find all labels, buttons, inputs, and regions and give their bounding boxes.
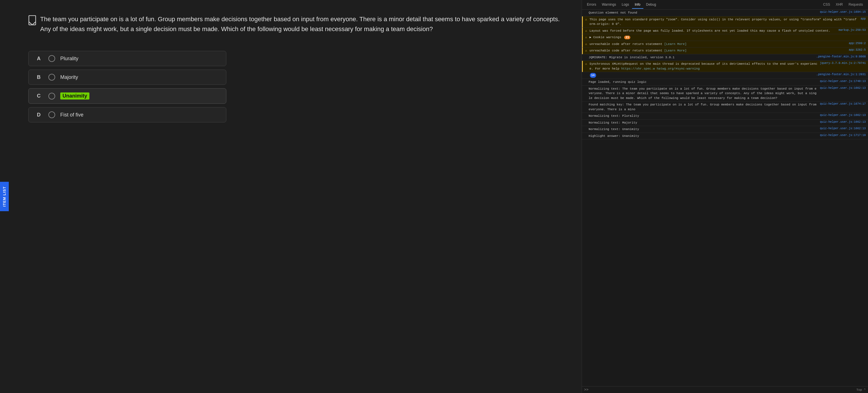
log-message: unreachable code after return statement … — [588, 48, 848, 54]
log-source[interactable]: quiz-helper.user.js:1662:13 — [819, 120, 867, 124]
console-input[interactable] — [591, 388, 854, 392]
log-source[interactable]: app — [860, 17, 867, 21]
tab-xhr[interactable]: XHR — [833, 1, 846, 9]
log-icon — [583, 133, 588, 134]
log-message: Highlight answer: Unanimity — [588, 133, 819, 139]
log-entry: Highlight answer: Unanimity quiz-helper.… — [582, 133, 868, 140]
log-message: ▶ Cookie warnings 21 — [588, 35, 865, 40]
warning-icon: ⚠ — [584, 28, 588, 33]
learn-more-link-2[interactable]: [Learn More] — [664, 49, 687, 52]
option-b-letter: B — [34, 74, 43, 80]
item-list-tab[interactable]: ITEM LIST — [0, 182, 9, 211]
bookmark-icon — [28, 15, 36, 26]
log-message: Synchronous XMLHttpRequest on the main t… — [588, 61, 819, 71]
log-entry: Normalizing text: Plurality quiz-helper.… — [582, 113, 868, 120]
console-bottom: >> Top ⌃ — [582, 386, 868, 393]
svg-line-1 — [29, 22, 32, 25]
option-a[interactable]: A Plurality — [28, 51, 226, 66]
log-source[interactable]: markup.js:250:53 — [837, 28, 867, 32]
log-entry: ⚠ This page uses the non standard proper… — [582, 17, 868, 28]
log-icon — [583, 73, 588, 73]
option-b-text: Majority — [60, 74, 78, 80]
log-entry: Page loaded, running quiz logic quiz-hel… — [582, 79, 868, 86]
log-entry: Normalizing text: Unanimity quiz-helper.… — [582, 126, 868, 133]
warning-icon: ⚠ — [584, 48, 588, 52]
option-d-letter: D — [34, 112, 43, 118]
log-entry: 14 …pengine-footer.min.js:1:2031 — [582, 72, 868, 79]
learn-more-link[interactable]: [Learn More] — [664, 42, 687, 46]
log-entry: Normalizing text: The team you participa… — [582, 86, 868, 102]
option-b[interactable]: B Majority — [28, 70, 226, 85]
tab-debug[interactable]: Debug — [643, 1, 659, 9]
log-message: Normalizing text: Unanimity — [588, 127, 819, 132]
log-icon — [583, 127, 588, 127]
log-message: unreachable code after return statement … — [588, 41, 848, 47]
log-source[interactable]: quiz-helper.user.js:1662:13 — [819, 127, 867, 130]
log-entry: ⚠ unreachable code after return statemen… — [582, 41, 868, 48]
log-source[interactable]: …pengine-footer.min.js:9:8668 — [815, 55, 867, 59]
devtools-toolbar: Errors Warnings Logs Info Debug CSS XHR … — [582, 0, 868, 10]
option-c-letter: C — [34, 93, 43, 99]
log-source[interactable]: jquery-3.7.0.min.js:2:79741 — [819, 61, 867, 65]
log-icon — [583, 55, 588, 56]
log-icon — [583, 86, 588, 87]
log-source[interactable]: app:3282:5 — [848, 48, 867, 52]
log-entry: ⚠ unreachable code after return statemen… — [582, 47, 868, 54]
tab-requests[interactable]: Requests — [846, 1, 866, 9]
log-entry: Found matching key: The team you partici… — [582, 101, 868, 113]
log-source[interactable]: quiz-helper.user.js:1662:13 — [819, 113, 867, 117]
warning-icon: ⚠ — [584, 61, 588, 66]
xhr-link[interactable]: https://xhr.spec.w hatwg.org/#sync-warni… — [621, 67, 700, 70]
option-a-text: Plurality — [60, 56, 79, 62]
cookie-badge: 21 — [624, 36, 630, 39]
log-entry: JQMIGRATE: Migrate is installed, version… — [582, 54, 868, 61]
log-icon — [583, 79, 588, 80]
option-d[interactable]: D Fist of five — [28, 107, 226, 123]
question-text: The team you participate on is a lot of … — [40, 14, 565, 34]
log-message: Page loaded, running quiz logic — [588, 79, 819, 85]
console-prompt-icon: >> — [584, 388, 589, 392]
console-area: Question element not found quiz-helper.u… — [582, 10, 868, 386]
question-area: The team you participate on is a lot of … — [28, 14, 565, 34]
tab-logs[interactable]: Logs — [619, 1, 632, 9]
tab-info[interactable]: Info — [632, 1, 643, 9]
log-message: 14 — [588, 73, 815, 78]
warning-icon: ⚠ — [584, 41, 588, 46]
option-d-radio[interactable] — [49, 111, 55, 118]
option-c-radio[interactable] — [49, 93, 55, 100]
log-message: Found matching key: The team you partici… — [588, 102, 819, 112]
log-entry: Question element not found quiz-helper.u… — [582, 10, 868, 17]
tab-warnings[interactable]: Warnings — [599, 1, 619, 9]
log-entry: ⚠ Layout was forced before the page was … — [582, 28, 868, 34]
option-a-letter: A — [34, 56, 43, 62]
log-source[interactable]: quiz-helper.user.js:1694:15 — [819, 10, 867, 14]
log-source[interactable]: …pengine-footer.min.js:1:2031 — [815, 73, 867, 76]
log-message: Question element not found — [588, 10, 819, 15]
devtools-panel: Errors Warnings Logs Info Debug CSS XHR … — [582, 0, 868, 393]
log-source[interactable]: quiz-helper.user.js:1740:13 — [819, 79, 867, 83]
top-label: Top ⌃ — [857, 388, 866, 392]
tab-css[interactable]: CSS — [820, 1, 833, 9]
log-source — [865, 35, 867, 35]
log-message: Normalizing text: Plurality — [588, 113, 819, 119]
warning-icon: ⚠ — [584, 17, 588, 21]
log-icon — [583, 120, 588, 121]
warning-icon: ⚠ — [584, 35, 588, 39]
log-source[interactable]: app:2599:2 — [848, 41, 867, 45]
log-message: Layout was forced before the page was fu… — [588, 28, 837, 34]
log-source[interactable]: quiz-helper.user.js:1674:17 — [819, 102, 867, 106]
option-a-radio[interactable] — [49, 55, 55, 62]
tab-errors[interactable]: Errors — [584, 1, 599, 9]
log-icon — [583, 10, 588, 11]
log-message: Normalizing text: Majority — [588, 120, 819, 126]
quiz-panel: ITEM LIST The team you participate on is… — [0, 0, 582, 393]
log-source[interactable]: quiz-helper.user.js:1717:19 — [819, 133, 867, 137]
log-icon — [583, 102, 588, 103]
svg-line-2 — [32, 22, 36, 25]
option-c[interactable]: C Unanimity — [28, 88, 226, 104]
log-source[interactable]: quiz-helper.user.js:1662:13 — [819, 86, 867, 90]
count-badge: 14 — [590, 73, 596, 78]
options-area: A Plurality B Majority C Unanimity D Fis… — [28, 51, 565, 123]
option-b-radio[interactable] — [49, 74, 55, 80]
log-entry: ⚠ ▶ Cookie warnings 21 — [582, 34, 868, 41]
